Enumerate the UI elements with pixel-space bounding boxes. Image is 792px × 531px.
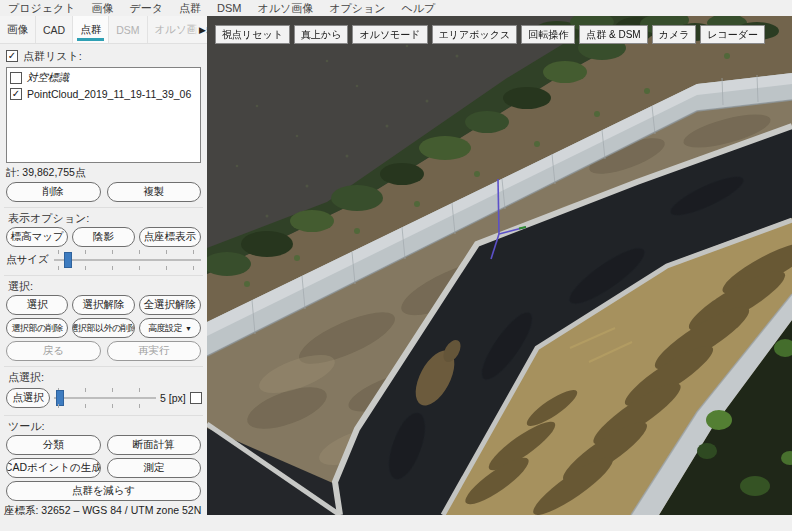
- divider: [4, 275, 203, 276]
- menu-pointcloud[interactable]: 点群: [179, 1, 201, 16]
- point-select-size-slider[interactable]: [54, 388, 156, 408]
- redo-button[interactable]: 再実行: [107, 341, 202, 361]
- tab-dsm[interactable]: DSM: [109, 16, 147, 43]
- bottom-strip: [207, 515, 792, 531]
- elevation-map-button[interactable]: 標高マップ: [6, 227, 68, 247]
- 3d-viewport[interactable]: 視点リセット 真上から オルソモード エリアボックス 回転操作 点群 & DSM…: [207, 16, 792, 515]
- slider-ticks: [58, 404, 152, 408]
- delete-button[interactable]: 削除: [6, 182, 101, 202]
- tab-bar: 画像 CAD 点群 DSM オルソ画像 断面 等高線 ▶: [0, 16, 207, 44]
- selection-label: 選択:: [8, 279, 201, 292]
- slider-track: [54, 397, 156, 399]
- select-button[interactable]: 選択: [6, 295, 68, 315]
- dropdown-arrow-icon: ▼: [185, 325, 191, 332]
- pointcloud-listbox[interactable]: ✓ 対空標識 ✓ PointCloud_2019_11_19-11_39_06: [6, 67, 201, 163]
- camera-button[interactable]: カメラ: [652, 25, 697, 44]
- reduce-points-button[interactable]: 点群を減らす: [6, 481, 201, 501]
- divider: [4, 366, 203, 367]
- divider: [4, 415, 203, 416]
- coordinate-system-status: 座標系: 32652 – WGS 84 / UTM zone 52N: [4, 504, 201, 518]
- pointcloud-panel: ✓ 点群リスト: ✓ 対空標識 ✓ PointCloud_2019_11_19-…: [0, 44, 207, 531]
- item-checkbox-unchecked[interactable]: ✓: [10, 72, 22, 84]
- menu-project[interactable]: プロジェクト: [8, 1, 76, 16]
- point-grain-overlay: [207, 16, 792, 515]
- pointcloud-list-label: 点群リスト:: [23, 49, 82, 62]
- list-item[interactable]: ✓ PointCloud_2019_11_19-11_39_06: [10, 86, 197, 102]
- menu-options[interactable]: オプション: [329, 1, 385, 16]
- slider-ticks: [58, 250, 197, 254]
- list-item-label: PointCloud_2019_11_19-11_39_06: [27, 88, 191, 100]
- tools-label: ツール:: [8, 419, 201, 432]
- altitude-setting-button[interactable]: 高度設定 ▼: [139, 318, 201, 338]
- point-total-label: 計: 39,862,755点: [6, 166, 201, 180]
- viewport-toolbar: 視点リセット 真上から オルソモード エリアボックス 回転操作 点群 & DSM…: [215, 25, 765, 44]
- code-checkbox[interactable]: ✓: [190, 392, 202, 404]
- cad-points-button[interactable]: CADポイントの生成: [6, 458, 101, 478]
- rotate-control-button[interactable]: 回転操作: [521, 25, 575, 44]
- menu-dsm[interactable]: DSM: [217, 2, 241, 14]
- deselect-all-button[interactable]: 全選択解除: [139, 295, 201, 315]
- tab-pointcloud[interactable]: 点群: [73, 16, 109, 43]
- point-size-slider[interactable]: [54, 250, 201, 270]
- left-column: 画像 CAD 点群 DSM オルソ画像 断面 等高線 ▶ ✓ 点群リスト: ✓ …: [0, 16, 207, 531]
- menu-ortho[interactable]: オルソ画像: [258, 1, 314, 16]
- deselect-button[interactable]: 選択解除: [72, 295, 134, 315]
- point-selection-label: 点選択:: [8, 370, 201, 383]
- cross-section-button[interactable]: 断面計算: [107, 435, 202, 455]
- slider-track: [54, 259, 201, 261]
- slider-ticks: [58, 388, 152, 392]
- point-select-button[interactable]: 点選択: [6, 388, 50, 408]
- menu-bar: プロジェクト 画像 データ 点群 DSM オルソ画像 オプション ヘルプ: [0, 0, 792, 16]
- shading-button[interactable]: 陰影: [72, 227, 134, 247]
- pointcloud-list-checkbox[interactable]: ✓: [6, 50, 18, 62]
- top-view-button[interactable]: 真上から: [294, 25, 348, 44]
- tab-cad[interactable]: CAD: [36, 16, 73, 43]
- ortho-mode-button[interactable]: オルソモード: [352, 25, 427, 44]
- area-box-button[interactable]: エリアボックス: [432, 25, 518, 44]
- classify-button[interactable]: 分類: [6, 435, 101, 455]
- tab-image[interactable]: 画像: [0, 16, 36, 43]
- display-options-label: 表示オプション:: [8, 211, 201, 224]
- slider-ticks: [58, 266, 197, 270]
- delete-selected-button[interactable]: 選択部の削除: [6, 318, 68, 338]
- pointcloud-dsm-button[interactable]: 点群 & DSM: [579, 25, 647, 44]
- item-checkbox-checked[interactable]: ✓: [10, 88, 22, 100]
- menu-help[interactable]: ヘルプ: [402, 1, 436, 16]
- list-item-label: 対空標識: [27, 71, 69, 85]
- list-item[interactable]: ✓ 対空標識: [10, 70, 197, 86]
- measure-button[interactable]: 測定: [107, 458, 202, 478]
- tab-overflow-icon[interactable]: ▶: [193, 16, 206, 43]
- delete-outside-button[interactable]: 選択部以外の削除: [72, 318, 134, 338]
- viewport-scene[interactable]: [207, 16, 792, 515]
- recorder-button[interactable]: レコーダー: [700, 25, 765, 44]
- divider: [4, 207, 203, 208]
- pixel-size-value: 5 [px]: [160, 392, 186, 404]
- duplicate-button[interactable]: 複製: [107, 182, 202, 202]
- menu-data[interactable]: データ: [130, 1, 164, 16]
- reset-view-button[interactable]: 視点リセット: [215, 25, 290, 44]
- undo-button[interactable]: 戻る: [6, 341, 101, 361]
- point-size-label: 点サイズ: [6, 253, 49, 267]
- menu-image[interactable]: 画像: [92, 1, 114, 16]
- point-coords-button[interactable]: 点座標表示: [139, 227, 201, 247]
